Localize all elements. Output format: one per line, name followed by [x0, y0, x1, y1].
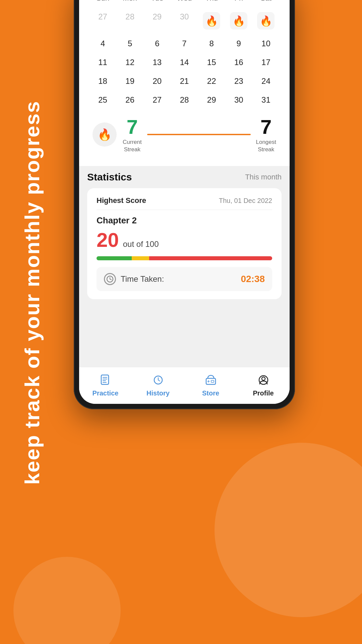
svg-rect-14	[211, 380, 214, 382]
calendar-section: Sun Mon Tue Wed Thu Fri Sat 27 28 29	[79, 0, 290, 166]
cal-cell: 28	[171, 91, 198, 109]
cal-cell: 16	[225, 53, 252, 72]
cal-cell: 19	[116, 72, 143, 91]
statistics-title: Statistics	[87, 171, 132, 183]
cal-cell: 21	[171, 72, 198, 91]
progress-red	[149, 256, 272, 260]
stats-header: Statistics This month	[87, 171, 282, 183]
calendar-body: 27 28 29 30 🔥 🔥 🔥	[89, 7, 280, 109]
clock-icon	[104, 273, 116, 285]
progress-green	[97, 256, 132, 260]
day-header-thu: Thu	[198, 0, 225, 5]
nav-label-history: History	[146, 389, 170, 397]
history-icon	[151, 373, 166, 387]
statistics-card: Highest Score Thu, 01 Dec 2022 Chapter 2…	[87, 188, 282, 299]
statistics-period: This month	[245, 173, 282, 181]
cal-cell: 14	[171, 53, 198, 72]
cal-cell: 11	[89, 53, 116, 72]
cal-cell: 23	[225, 72, 252, 91]
cal-cell: 22	[198, 72, 225, 91]
cal-cell: 6	[143, 34, 171, 53]
cal-cell: 29	[143, 7, 171, 34]
cal-cell: 27	[89, 7, 116, 34]
nav-label-practice: Practice	[93, 389, 119, 397]
calendar-grid: Sun Mon Tue Wed Thu Fri Sat 27 28 29	[89, 0, 280, 109]
time-left: Time Taken:	[104, 273, 164, 285]
highest-score-date: Thu, 01 Dec 2022	[219, 197, 272, 205]
day-header-tue: Tue	[143, 0, 171, 5]
longest-streak-item: 7 LongestStreak	[256, 115, 277, 153]
phone-screen: Sun Mon Tue Wed Thu Fri Sat 27 28 29	[79, 0, 290, 404]
stats-card-header: Highest Score Thu, 01 Dec 2022	[97, 196, 272, 210]
time-taken-row: Time Taken: 02:38	[97, 267, 272, 291]
profile-icon	[256, 373, 271, 387]
fire-icon: 🔥	[205, 15, 218, 27]
score-progress-bar	[97, 256, 272, 260]
cal-cell: 30	[171, 7, 198, 34]
cal-cell: 28	[116, 7, 143, 34]
day-header-fri: Fri	[225, 0, 252, 5]
bottom-nav: Practice History	[79, 367, 290, 404]
calendar-header-row: Sun Mon Tue Wed Thu Fri Sat	[89, 0, 280, 5]
nav-item-practice[interactable]: Practice	[92, 373, 119, 397]
cal-cell: 5	[116, 34, 143, 53]
cal-cell: 31	[252, 91, 280, 109]
cal-cell: 30	[225, 91, 252, 109]
nav-item-profile[interactable]: Profile	[250, 373, 277, 397]
cal-cell: 15	[198, 53, 225, 72]
longest-streak-value: 7	[260, 115, 272, 139]
cal-cell: 17	[252, 53, 280, 72]
day-header-wed: Wed	[171, 0, 198, 5]
time-value: 02:38	[241, 274, 265, 284]
phone-mockup: Sun Mon Tue Wed Thu Fri Sat 27 28 29	[74, 0, 295, 409]
fire-icon: 🔥	[260, 15, 272, 27]
cal-cell-fire: 🔥	[225, 7, 252, 34]
cal-cell-fire: 🔥	[198, 7, 225, 34]
highest-score-label: Highest Score	[97, 196, 146, 205]
nav-item-history[interactable]: History	[145, 373, 172, 397]
score-out-of: out of 100	[123, 239, 159, 249]
streak-connector: 7 CurrentStreak 7 LongestStreak	[123, 115, 276, 153]
score-value: 20	[97, 228, 119, 252]
svg-line-2	[110, 279, 111, 280]
cal-cell: 8	[198, 34, 225, 53]
current-streak-label: CurrentStreak	[123, 139, 142, 153]
day-header-sun: Sun	[89, 0, 116, 5]
cal-cell: 24	[252, 72, 280, 91]
nav-item-store[interactable]: Store	[197, 373, 224, 397]
fire-icon: 🔥	[233, 15, 245, 27]
day-header-mon: Mon	[116, 0, 143, 5]
cal-cell: 10	[252, 34, 280, 53]
cal-cell: 13	[143, 53, 171, 72]
cal-cell: 27	[143, 91, 171, 109]
side-text: keep track of your monthly progress	[20, 101, 67, 485]
bg-circle-right	[215, 443, 362, 617]
cal-cell: 12	[116, 53, 143, 72]
chapter-label: Chapter 2	[97, 215, 272, 226]
cal-cell: 18	[89, 72, 116, 91]
phone-frame: Sun Mon Tue Wed Thu Fri Sat 27 28 29	[74, 0, 295, 409]
longest-streak-label: LongestStreak	[256, 139, 277, 153]
cal-cell: 25	[89, 91, 116, 109]
current-streak-item: 7 CurrentStreak	[123, 115, 142, 153]
bg-circle-left	[13, 557, 121, 644]
cal-cell-fire: 🔥	[252, 7, 280, 34]
cal-cell: 4	[89, 34, 116, 53]
score-row: 20 out of 100	[97, 228, 272, 252]
cal-cell: 9	[225, 34, 252, 53]
spacer	[79, 299, 290, 367]
cal-cell: 7	[171, 34, 198, 53]
statistics-section: Statistics This month Highest Score Thu,…	[79, 166, 290, 299]
progress-yellow	[132, 256, 149, 260]
day-header-sat: Sat	[252, 0, 280, 5]
cal-cell: 29	[198, 91, 225, 109]
streak-flame-circle: 🔥	[93, 122, 117, 147]
streak-row: 🔥 7 CurrentStreak 7 LongestStreak	[89, 109, 280, 157]
nav-label-profile: Profile	[253, 389, 274, 397]
svg-line-10	[158, 380, 160, 381]
svg-rect-3	[101, 375, 109, 384]
current-streak-value: 7	[127, 115, 138, 139]
store-icon	[203, 373, 218, 387]
cal-cell: 26	[116, 91, 143, 109]
cal-cell: 20	[143, 72, 171, 91]
